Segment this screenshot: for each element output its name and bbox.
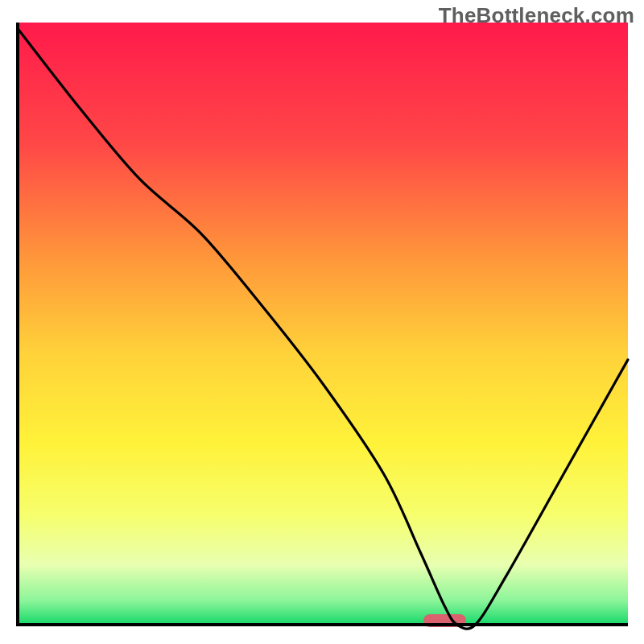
chart-stage: TheBottleneck.com <box>0 0 644 644</box>
bottleneck-chart <box>0 0 644 644</box>
watermark-text: TheBottleneck.com <box>439 3 634 28</box>
plot-background <box>18 23 628 625</box>
